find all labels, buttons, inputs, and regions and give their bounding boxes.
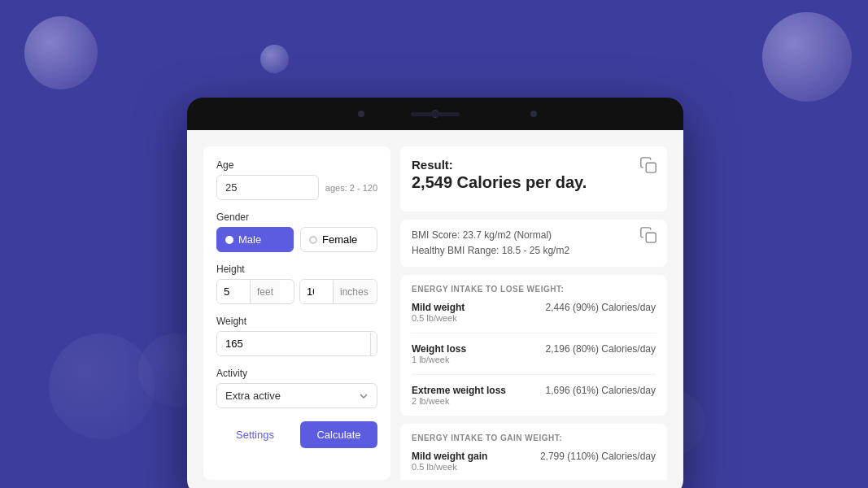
tablet-top-bar: [187, 98, 683, 130]
decorative-bubble-1: [24, 16, 98, 89]
gender-label: Gender: [216, 211, 377, 223]
decorative-bubble-3: [762, 12, 852, 102]
gender-female-label: Female: [322, 233, 357, 246]
gain-weight-card: ENERGY INTAKE TO GAIN WEIGHT: Mild weigh…: [400, 424, 667, 480]
age-group: Age ages: 2 - 120: [216, 159, 377, 200]
gain-section-title: ENERGY INTAKE TO GAIN WEIGHT:: [412, 434, 656, 442]
camera-right-dot: [530, 111, 537, 117]
camera-left-dot: [358, 111, 364, 117]
height-row: feet inches: [216, 279, 377, 304]
gender-row: Male Female: [216, 227, 377, 252]
lose-row: Weight loss 1 lb/week 2,196 (80%) Calori…: [412, 343, 656, 375]
energy-sublabel: 0.5 lb/week: [412, 313, 465, 323]
activity-label: Activity: [216, 368, 377, 379]
activity-group: Activity Sedentary Lightly active Modera…: [216, 368, 377, 408]
activity-select[interactable]: Sedentary Lightly active Moderately acti…: [216, 383, 377, 408]
bmi-card: BMI Score: 23.7 kg/m2 (Normal) Healthy B…: [400, 220, 667, 267]
gender-male-option[interactable]: Male: [216, 227, 294, 252]
bmi-score: BMI Score: 23.7 kg/m2 (Normal): [412, 228, 656, 243]
energy-value: 2,196 (80%) Calories/day: [546, 343, 656, 355]
weight-input[interactable]: [217, 332, 370, 355]
energy-sublabel: 1 lb/week: [412, 355, 466, 364]
result-calories: 2,549 Calories per day.: [412, 173, 656, 192]
result-main-card: Result: 2,549 Calories per day.: [400, 146, 667, 211]
age-hint: ages: 2 - 120: [325, 183, 377, 193]
form-buttons: Settings Calculate: [216, 421, 377, 448]
height-feet-input[interactable]: [217, 280, 250, 303]
energy-left: Weight loss 1 lb/week: [412, 343, 466, 364]
svg-rect-0: [646, 163, 656, 172]
weight-group: Weight pounds: [216, 316, 377, 356]
gender-male-label: Male: [238, 233, 261, 246]
height-feet-unit: feet: [250, 281, 280, 303]
energy-label: Mild weight: [412, 302, 465, 313]
energy-value: 2,446 (90%) Calories/day: [546, 302, 656, 313]
age-row: ages: 2 - 120: [216, 175, 377, 200]
speaker: [411, 112, 460, 116]
energy-left: Mild weight 0.5 lb/week: [412, 302, 465, 323]
height-feet-group: feet: [216, 279, 294, 304]
calculate-button[interactable]: Calculate: [300, 421, 377, 448]
copy-bmi-icon[interactable]: [639, 226, 657, 244]
form-panel: Age ages: 2 - 120 Gender Male Female: [203, 146, 390, 480]
gain-row: Mild weight gain 0.5 lb/week 2,799 (110%…: [412, 451, 656, 480]
energy-left: Mild weight gain 0.5 lb/week: [412, 451, 487, 472]
weight-row: pounds: [216, 331, 377, 356]
copy-calories-icon[interactable]: [639, 156, 657, 174]
energy-label: Weight loss: [412, 343, 466, 355]
results-panel: Result: 2,549 Calories per day. BMI Scor…: [400, 146, 667, 480]
decorative-bubble-4: [49, 333, 155, 439]
lose-weight-rows: Mild weight 0.5 lb/week 2,446 (90%) Calo…: [412, 302, 656, 406]
energy-label: Extreme weight loss: [412, 385, 506, 396]
lose-row: Mild weight 0.5 lb/week 2,446 (90%) Calo…: [412, 302, 656, 333]
energy-label: Mild weight gain: [412, 451, 487, 462]
energy-sublabel: 0.5 lb/week: [412, 462, 487, 472]
lose-section-title: ENERGY INTAKE TO LOSE WEIGHT:: [412, 285, 656, 294]
energy-left: Extreme weight loss 2 lb/week: [412, 385, 506, 406]
weight-label: Weight: [216, 316, 377, 327]
decorative-bubble-2: [260, 45, 289, 73]
gain-weight-rows: Mild weight gain 0.5 lb/week 2,799 (110%…: [412, 451, 656, 480]
energy-value: 2,799 (110%) Calories/day: [540, 451, 656, 462]
height-inches-group: inches: [299, 279, 377, 304]
result-title: Result:: [412, 158, 656, 172]
radio-male-dot: [225, 236, 233, 244]
settings-button[interactable]: Settings: [216, 421, 294, 448]
height-inches-input[interactable]: [300, 280, 333, 303]
height-label: Height: [216, 264, 377, 275]
height-group: Height feet inches: [216, 264, 377, 304]
lose-row: Extreme weight loss 2 lb/week 1,696 (61%…: [412, 385, 656, 406]
height-inches-unit: inches: [333, 281, 375, 303]
gender-female-option[interactable]: Female: [300, 227, 377, 252]
age-input[interactable]: [216, 175, 319, 200]
weight-unit: pounds: [370, 333, 377, 355]
bmi-range: Healthy BMI Range: 18.5 - 25 kg/m2: [412, 243, 656, 259]
tablet-frame: Age ages: 2 - 120 Gender Male Female: [187, 98, 683, 488]
energy-sublabel: 2 lb/week: [412, 396, 506, 406]
energy-value: 1,696 (61%) Calories/day: [546, 385, 656, 396]
svg-rect-1: [646, 233, 656, 242]
radio-female-dot: [309, 236, 317, 244]
age-label: Age: [216, 159, 377, 171]
tablet-content: Age ages: 2 - 120 Gender Male Female: [187, 130, 683, 488]
gender-group: Gender Male Female: [216, 211, 377, 252]
lose-weight-card: ENERGY INTAKE TO LOSE WEIGHT: Mild weigh…: [400, 275, 667, 416]
